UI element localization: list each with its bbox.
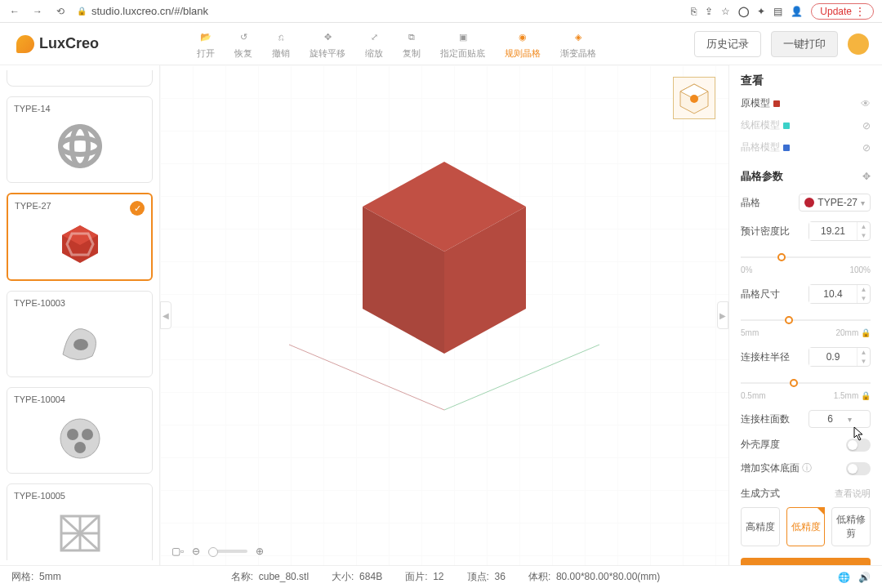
svg-point-6 xyxy=(74,339,88,350)
chevron-down-icon: ▾ xyxy=(861,198,865,207)
logo-mark-icon xyxy=(16,35,34,53)
move-icon[interactable]: ✥ xyxy=(862,171,871,182)
radius-slider[interactable] xyxy=(741,376,871,390)
param-density: 预计密度比 ▲▼ xyxy=(741,221,871,241)
face-down-icon: ▣ xyxy=(454,28,472,46)
step-down-icon[interactable]: ▼ xyxy=(858,231,870,240)
viewport-collapse-right[interactable]: ▶ xyxy=(717,301,728,329)
param-radius: 连接柱半径 ▲▼ xyxy=(741,347,871,367)
radius-input[interactable]: ▲▼ xyxy=(808,347,871,367)
mode-high-button[interactable]: 高精度 xyxy=(741,507,780,546)
density-input[interactable]: ▲▼ xyxy=(808,221,871,241)
eye-off-icon[interactable]: ⊘ xyxy=(862,120,871,131)
param-shell: 外壳厚度 xyxy=(741,438,871,452)
status-sound-icon[interactable]: 🔊 xyxy=(858,572,871,583)
type-card-27[interactable]: TYPE-27 ✓ xyxy=(7,193,153,281)
lock-icon[interactable]: 🔒 xyxy=(861,328,871,337)
model-cube xyxy=(354,154,534,358)
toolbar-gradient-lattice[interactable]: ◈渐变晶格 xyxy=(560,28,596,60)
type-card-10005[interactable]: TYPE-10005 xyxy=(7,483,153,560)
thumb-10005 xyxy=(14,501,145,560)
circle-icon[interactable]: ◯ xyxy=(738,6,749,17)
toolbar-open[interactable]: 📂打开 xyxy=(197,28,215,60)
svg-point-10 xyxy=(74,442,86,453)
lattice-select[interactable]: TYPE-27 ▾ xyxy=(799,194,871,212)
svg-point-0 xyxy=(60,127,100,166)
toolbar-undo[interactable]: ⎌撤销 xyxy=(272,28,290,60)
svg-point-23 xyxy=(690,95,698,103)
eye-icon[interactable]: 👁 xyxy=(861,98,871,109)
type-card-14[interactable]: TYPE-14 xyxy=(7,96,153,183)
eye-off-icon[interactable]: ⊘ xyxy=(862,142,871,154)
brand-logo[interactable]: LuxCreo xyxy=(16,35,99,53)
type-sidebar: TYPE-14 TYPE-27 ✓ TYPE-10003 TYPE-10004 xyxy=(0,65,159,565)
bookmark-icon[interactable]: ☆ xyxy=(721,6,730,17)
mode-trim-button[interactable]: 低精修剪 xyxy=(831,507,871,546)
thumb-27 xyxy=(15,211,145,276)
param-facets: 连接柱面数 6 ▾ xyxy=(741,410,871,428)
step-up-icon[interactable]: ▲ xyxy=(858,222,870,231)
layer-original[interactable]: 原模型 👁 xyxy=(741,96,871,110)
toolbar-face-down[interactable]: ▣指定面贴底 xyxy=(440,28,485,60)
zoom-in-icon[interactable]: ⊕ xyxy=(256,546,264,557)
solid-toggle[interactable] xyxy=(846,462,871,475)
toolbar-lattice[interactable]: ◉规则晶格 xyxy=(505,28,541,60)
type-card-10003[interactable]: TYPE-10003 xyxy=(7,291,153,377)
properties-panel: 查看 原模型 👁 线框模型 ⊘ 晶格模型 ⊘ 晶格参数 ✥ 晶格 TYPE-27… xyxy=(728,65,882,565)
svg-point-8 xyxy=(67,429,78,440)
print-button[interactable]: 一键打印 xyxy=(771,31,838,57)
thumb-14 xyxy=(14,114,145,179)
lock-icon[interactable]: 🔒 xyxy=(861,391,871,400)
zoom-slider[interactable] xyxy=(208,550,247,553)
browser-bar: ← → ⟲ 🔒 studio.luxcreo.cn/#/blank ⎘ ⇪ ☆ … xyxy=(0,0,882,23)
density-slider[interactable] xyxy=(741,251,871,264)
param-size: 晶格尺寸 ▲▼ xyxy=(741,284,871,304)
gen-help-link[interactable]: 查看说明 xyxy=(835,488,871,500)
update-button[interactable]: Update⋮ xyxy=(811,3,874,20)
layer-lattice[interactable]: 晶格模型 ⊘ xyxy=(741,140,871,154)
nav-back-icon[interactable]: ← xyxy=(8,5,21,18)
svg-point-9 xyxy=(82,429,93,440)
translate-icon[interactable]: ⎘ xyxy=(691,6,697,17)
viewport-collapse-left[interactable]: ◀ xyxy=(160,301,172,329)
status-bar: 网格: 5mm 名称: cube_80.stl 大小: 684B 面片: 12 … xyxy=(0,565,882,588)
svg-point-1 xyxy=(60,138,100,154)
history-button[interactable]: 历史记录 xyxy=(694,31,761,57)
facets-select[interactable]: 6 ▾ xyxy=(808,410,871,428)
view-toggle-icon[interactable]: ▢▫ xyxy=(172,546,184,557)
open-icon: 📂 xyxy=(197,28,215,46)
toolbar-transform[interactable]: ✥旋转平移 xyxy=(310,28,345,60)
address-url[interactable]: studio.luxcreo.cn/#/blank xyxy=(91,5,208,17)
mode-low-button[interactable]: 低精度 xyxy=(786,507,826,546)
undo-icon: ⎌ xyxy=(272,28,290,46)
viewport-3d[interactable]: ◀ ▶ ▢▫ ⊖ ⊕ xyxy=(159,65,728,565)
nav-reload-icon[interactable]: ⟲ xyxy=(54,5,67,18)
view-section-title: 查看 xyxy=(741,74,871,88)
toolbar-restore[interactable]: ↺恢复 xyxy=(234,28,252,60)
panel-icon[interactable]: ▤ xyxy=(773,6,782,17)
chevron-down-icon: ▾ xyxy=(848,415,852,424)
info-icon[interactable]: ⓘ xyxy=(802,462,812,474)
nav-forward-icon[interactable]: → xyxy=(31,5,44,18)
view-cube[interactable] xyxy=(673,77,715,119)
type-card-10004[interactable]: TYPE-10004 xyxy=(7,387,153,474)
params-title: 晶格参数 xyxy=(741,169,783,184)
generate-button[interactable]: 生成 xyxy=(741,558,871,565)
zoom-out-icon[interactable]: ⊖ xyxy=(192,546,200,557)
toolbar-copy[interactable]: ⧉复制 xyxy=(403,28,421,60)
size-input[interactable]: ▲▼ xyxy=(808,284,871,304)
size-slider[interactable] xyxy=(741,314,871,327)
shell-toggle[interactable] xyxy=(846,439,871,452)
lock-icon: 🔒 xyxy=(77,7,87,16)
user-avatar[interactable] xyxy=(848,33,869,55)
layer-wireframe[interactable]: 线框模型 ⊘ xyxy=(741,118,871,132)
thumb-10003 xyxy=(14,308,145,373)
share-icon[interactable]: ⇪ xyxy=(705,6,713,17)
check-icon: ✓ xyxy=(130,201,145,216)
extensions-icon[interactable]: ✦ xyxy=(757,6,765,17)
type-card-prev[interactable] xyxy=(7,70,153,87)
scale-icon: ⤢ xyxy=(365,28,383,46)
profile-icon[interactable]: 👤 xyxy=(791,6,803,17)
status-lang-icon[interactable]: 🌐 xyxy=(838,572,850,583)
toolbar-scale[interactable]: ⤢缩放 xyxy=(365,28,383,60)
